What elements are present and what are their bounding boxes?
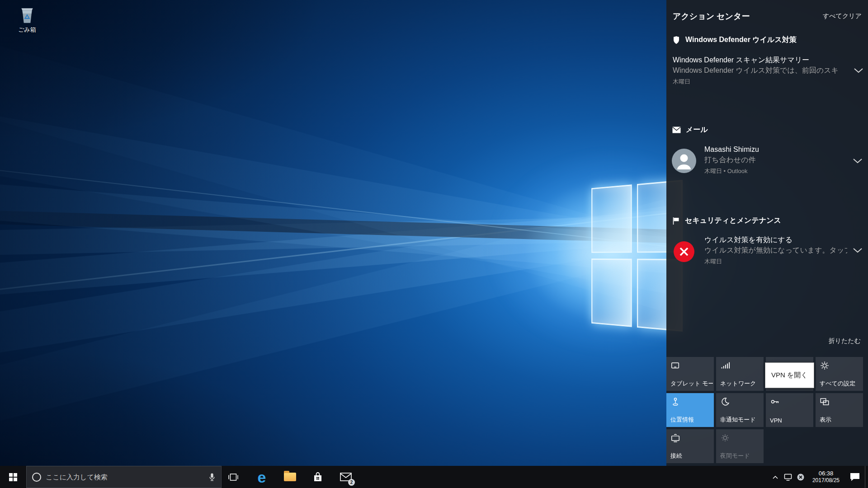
taskbar-search-box[interactable] bbox=[26, 466, 222, 488]
quick-action-label: タブレット モード bbox=[670, 380, 713, 388]
store-bag-icon bbox=[313, 472, 323, 483]
chevron-down-icon[interactable] bbox=[854, 68, 863, 73]
quick-action-tablet-mode[interactable]: タブレット モード bbox=[666, 357, 714, 391]
microphone-icon[interactable] bbox=[208, 473, 216, 482]
quick-action-label: 接続 bbox=[670, 452, 713, 460]
location-icon bbox=[670, 397, 680, 407]
quick-action-project[interactable]: 表示 bbox=[816, 393, 863, 427]
gear-icon bbox=[820, 361, 830, 371]
task-view-icon bbox=[228, 472, 239, 482]
person-icon bbox=[672, 149, 696, 173]
x-icon bbox=[679, 247, 689, 257]
group-app-name: セキュリティとメンテナンス bbox=[685, 216, 781, 225]
quick-action-label: 位置情報 bbox=[670, 416, 713, 424]
clock-time: 06:38 bbox=[819, 470, 834, 477]
notification-mail[interactable]: Masashi Shimizu 打ち合わせの件 木曜日 • Outlook bbox=[704, 145, 847, 175]
error-badge-icon bbox=[674, 241, 694, 262]
cortana-ring-icon bbox=[32, 473, 41, 482]
shield-icon bbox=[672, 36, 680, 45]
quick-action-label: ネットワーク bbox=[720, 380, 763, 388]
folder-icon bbox=[284, 473, 296, 481]
action-center-icon bbox=[849, 472, 860, 482]
desktop: ごみ箱 アクション センター すべてクリア Windows Defender ウ… bbox=[0, 0, 868, 488]
group-header-defender[interactable]: Windows Defender ウイルス対策 bbox=[672, 35, 797, 45]
display-icon bbox=[820, 397, 830, 407]
ethernet-icon bbox=[783, 473, 793, 481]
edge-icon: e bbox=[258, 469, 266, 485]
notification-title: Windows Defender スキャン結果サマリー bbox=[673, 55, 863, 65]
circle-x-icon bbox=[797, 473, 805, 481]
notification-defender[interactable]: Windows Defender スキャン結果サマリー Windows Defe… bbox=[673, 55, 863, 86]
show-desktop-button[interactable] bbox=[865, 466, 868, 488]
notification-security[interactable]: ウイルス対策を有効にする ウイルス対策が無効になっています。タップま 木曜日 bbox=[704, 235, 847, 266]
notification-body: ウイルス対策が無効になっています。タップま bbox=[704, 245, 847, 256]
notification-time: 木曜日 bbox=[704, 258, 847, 266]
action-center-button[interactable] bbox=[845, 466, 865, 488]
clock-date: 2017/08/25 bbox=[812, 477, 840, 484]
mail-badge: 2 bbox=[348, 479, 355, 486]
windows-logo-icon bbox=[9, 473, 17, 481]
task-view-button[interactable] bbox=[222, 466, 245, 488]
network-icon bbox=[720, 361, 730, 371]
edge-button[interactable]: e bbox=[250, 466, 273, 488]
collapse-link[interactable]: 折りたたむ bbox=[829, 337, 861, 345]
avatar bbox=[672, 149, 696, 173]
moon-icon bbox=[720, 397, 730, 407]
chevron-down-icon[interactable] bbox=[853, 158, 863, 164]
chevron-down-icon[interactable] bbox=[853, 248, 863, 253]
action-center-header: アクション センター すべてクリア bbox=[673, 11, 862, 22]
vpn-tooltip: VPN を開く bbox=[765, 362, 814, 388]
group-app-name: メール bbox=[686, 125, 708, 135]
envelope-icon bbox=[672, 127, 681, 133]
quick-action-connect[interactable]: 接続 bbox=[666, 429, 714, 463]
quick-action-network[interactable]: ネットワーク bbox=[716, 357, 764, 391]
quick-action-label: すべての設定 bbox=[820, 380, 862, 388]
quick-action-night-light[interactable]: 夜間モード bbox=[716, 429, 764, 463]
group-header-security[interactable]: セキュリティとメンテナンス bbox=[672, 216, 781, 225]
tray-network-button[interactable] bbox=[782, 466, 794, 488]
quick-action-vpn[interactable]: VPN bbox=[766, 393, 813, 427]
clear-all-button[interactable]: すべてクリア bbox=[823, 12, 862, 20]
notification-meta: 木曜日 • Outlook bbox=[704, 167, 847, 175]
trash-can-icon bbox=[18, 5, 37, 24]
tray-expand-button[interactable] bbox=[769, 466, 782, 488]
start-button[interactable] bbox=[0, 466, 26, 488]
night-light-icon bbox=[720, 433, 730, 443]
notification-sender: Masashi Shimizu bbox=[704, 145, 847, 155]
tray-status-button[interactable] bbox=[794, 466, 807, 488]
tablet-mode-icon bbox=[670, 361, 680, 371]
chevron-up-icon bbox=[772, 475, 778, 479]
file-explorer-button[interactable] bbox=[278, 466, 301, 488]
mail-button[interactable]: 2 bbox=[335, 466, 357, 488]
action-center-panel: アクション センター すべてクリア Windows Defender ウイルス対… bbox=[666, 0, 868, 466]
quick-action-label: 表示 bbox=[820, 416, 862, 424]
quick-action-quiet-hours[interactable]: 非通知モード bbox=[716, 393, 764, 427]
quick-action-label: VPN bbox=[770, 417, 812, 424]
notification-time: 木曜日 bbox=[673, 78, 863, 86]
vpn-tooltip-text: VPN を開く bbox=[771, 371, 808, 379]
notification-subject: 打ち合わせの件 bbox=[704, 155, 847, 165]
group-header-mail[interactable]: メール bbox=[672, 125, 708, 135]
recycle-bin-icon[interactable]: ごみ箱 bbox=[13, 5, 42, 34]
window-pane bbox=[591, 184, 632, 253]
quick-action-label: 非通知モード bbox=[720, 416, 763, 424]
flag-icon bbox=[672, 217, 680, 225]
store-button[interactable] bbox=[307, 466, 329, 488]
quick-action-label: 夜間モード bbox=[720, 452, 763, 460]
action-center-title: アクション センター bbox=[673, 11, 750, 22]
vpn-key-icon bbox=[770, 397, 780, 407]
taskbar: e 2 bbox=[0, 466, 868, 488]
group-app-name: Windows Defender ウイルス対策 bbox=[685, 35, 797, 45]
system-tray: 06:38 2017/08/25 bbox=[769, 466, 868, 488]
search-input[interactable] bbox=[46, 473, 204, 481]
notification-body: Windows Defender ウイルス対策では、前回のスキ bbox=[673, 65, 854, 76]
quick-action-location[interactable]: 位置情報 bbox=[666, 393, 714, 427]
recycle-bin-label: ごみ箱 bbox=[18, 26, 36, 34]
notification-title: ウイルス対策を有効にする bbox=[704, 235, 847, 245]
connect-icon bbox=[670, 433, 680, 443]
window-pane bbox=[591, 258, 632, 327]
taskbar-clock[interactable]: 06:38 2017/08/25 bbox=[807, 470, 845, 484]
quick-action-all-settings[interactable]: すべての設定 bbox=[816, 357, 863, 391]
